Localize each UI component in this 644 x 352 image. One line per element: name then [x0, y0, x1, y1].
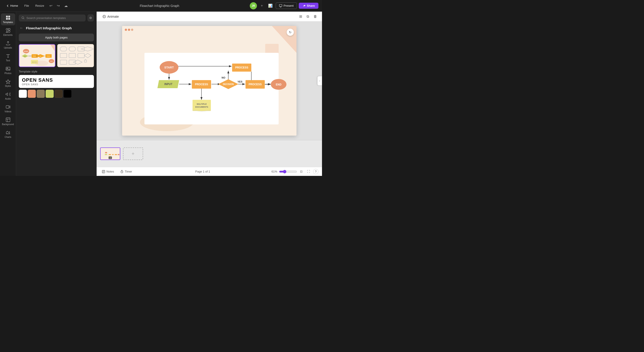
back-title: ← Flowchart Infographic Graph — [16, 23, 96, 34]
template-thumb-1[interactable]: START PROC DEC PROC END INPUT MULTI DOC — [19, 44, 56, 67]
left-sidebar: Templates Elements Uploads Text — [0, 12, 16, 176]
page-thumb-1[interactable]: 1 — [100, 147, 120, 160]
chevron-left-icon — [6, 4, 10, 8]
svg-text:START: START — [24, 51, 28, 52]
main-layout: Templates Elements Uploads Text — [0, 12, 322, 176]
present-label: Present — [284, 4, 294, 8]
search-icon — [22, 16, 24, 20]
svg-point-5 — [6, 29, 8, 30]
videos-icon — [6, 105, 10, 109]
search-input[interactable] — [26, 16, 83, 20]
color-swatches — [19, 90, 94, 98]
sidebar-item-text[interactable]: Text — [1, 52, 15, 64]
animate-button[interactable]: Animate — [100, 14, 121, 20]
template-style-section: Template style OPEN SANS OPEN SANS — [16, 70, 96, 101]
footer-center: Page 1 of 1 — [137, 170, 269, 173]
search-input-wrap — [19, 15, 86, 22]
top-nav: Home File Resize ↩ ↪ ☁ Flowchart Infogra… — [0, 0, 322, 12]
sidebar-item-charts[interactable]: Charts — [1, 128, 15, 140]
sidebar-item-photos[interactable]: Photos — [1, 65, 15, 76]
svg-text:PROCESS: PROCESS — [249, 83, 262, 86]
slide-canvas[interactable]: YES NO START INPUT PROCESS DECISION — [122, 26, 296, 136]
svg-text:PROCESS: PROCESS — [235, 66, 248, 69]
share-icon — [302, 4, 306, 8]
canvas-toolbar: Animate ⊞ ⧉ 🗑 — [96, 12, 322, 22]
swatch-black[interactable] — [64, 90, 72, 98]
file-button[interactable]: File — [22, 3, 31, 9]
sidebar-item-background[interactable]: Background — [1, 116, 15, 127]
elements-label: Elements — [3, 34, 13, 36]
search-bar: ⚙ — [16, 12, 96, 23]
fullscreen-button[interactable]: ⛶ — [306, 169, 311, 175]
timer-icon — [120, 170, 124, 173]
canvas-wrapper[interactable]: YES NO START INPUT PROCESS DECISION — [96, 22, 322, 140]
analytics-button[interactable]: 📊 — [267, 2, 274, 9]
svg-text:INPUT: INPUT — [164, 83, 173, 86]
present-button[interactable]: Present — [276, 3, 297, 9]
resize-label: Resize — [35, 4, 44, 8]
collapse-panel[interactable]: ‹ — [318, 76, 322, 85]
swatch-white[interactable] — [19, 90, 27, 98]
rotate-handle[interactable]: ↻ — [287, 29, 294, 36]
swatch-salmon[interactable] — [28, 90, 36, 98]
share-button[interactable]: Share — [299, 3, 318, 9]
svg-rect-4 — [8, 18, 10, 20]
timer-button[interactable]: Timer — [118, 169, 134, 174]
apply-both-pages-button[interactable]: Apply both pages — [19, 34, 94, 41]
back-button[interactable]: ← — [19, 25, 24, 31]
svg-text:START: START — [164, 66, 174, 69]
swatch-brown[interactable] — [37, 90, 45, 98]
footer-left: Notes Timer — [100, 169, 134, 174]
notes-button[interactable]: Notes — [100, 169, 116, 174]
add-to-frame-button[interactable]: ⊞ — [298, 13, 304, 20]
nav-right: JR ＋ 📊 Present Share — [250, 2, 318, 10]
redo-button[interactable]: ↪ — [56, 2, 61, 9]
uploads-icon — [6, 41, 10, 46]
videos-label: Videos — [4, 110, 11, 113]
charts-label: Charts — [5, 136, 11, 138]
cloud-save-button[interactable]: ☁ — [63, 2, 69, 9]
styles-label: Styles — [5, 85, 11, 87]
svg-rect-2 — [8, 16, 10, 18]
home-button[interactable]: Home — [4, 3, 20, 9]
svg-rect-7 — [8, 31, 10, 33]
sidebar-item-uploads[interactable]: Uploads — [1, 39, 15, 51]
notes-icon — [102, 170, 105, 173]
animate-label: Animate — [107, 15, 119, 18]
text-icon — [6, 54, 10, 58]
uploads-label: Uploads — [4, 47, 12, 49]
sidebar-item-styles[interactable]: Styles — [1, 77, 15, 89]
undo-button[interactable]: ↩ — [48, 2, 54, 9]
svg-rect-10 — [6, 106, 9, 108]
svg-text:PROCESS: PROCESS — [195, 83, 208, 86]
zoom-slider[interactable] — [279, 170, 297, 173]
nav-center: Flowchart Infographic Graph — [71, 4, 248, 8]
filter-button[interactable]: ⚙ — [88, 14, 94, 22]
audio-label: Audio — [5, 98, 11, 100]
svg-text:PROC: PROC — [47, 56, 50, 57]
add-page-button[interactable]: + — [123, 147, 143, 160]
resize-button[interactable]: Resize — [33, 3, 46, 9]
sidebar-item-templates[interactable]: Templates — [1, 14, 15, 25]
template-style-label: Template style — [19, 70, 94, 73]
delete-button[interactable]: 🗑 — [312, 13, 318, 20]
help-button[interactable]: ? — [313, 169, 318, 174]
swatch-dark-brown[interactable] — [54, 90, 62, 98]
apply-label: Apply both pages — [45, 36, 68, 39]
sidebar-item-elements[interactable]: Elements — [1, 26, 15, 38]
template-thumb-2[interactable] — [57, 44, 94, 67]
svg-rect-1 — [6, 16, 8, 18]
copy-button[interactable]: ⧉ — [305, 13, 310, 20]
add-collaborator-button[interactable]: ＋ — [259, 2, 265, 10]
sidebar-item-audio[interactable]: Audio — [1, 90, 15, 102]
style-font-preview[interactable]: OPEN SANS OPEN SANS — [19, 75, 94, 88]
swatch-lime[interactable] — [46, 90, 54, 98]
fit-page-button[interactable]: ⊡ — [299, 169, 304, 175]
footer-controls: Notes Timer Page 1 of 1 61% ⊡ ⛶ — [96, 167, 322, 176]
left-panel: ⚙ ← Flowchart Infographic Graph Apply bo… — [16, 12, 96, 176]
svg-marker-88 — [105, 154, 107, 155]
home-label: Home — [10, 4, 18, 8]
animate-icon — [102, 15, 106, 18]
svg-point-9 — [7, 68, 8, 69]
sidebar-item-videos[interactable]: Videos — [1, 103, 15, 115]
